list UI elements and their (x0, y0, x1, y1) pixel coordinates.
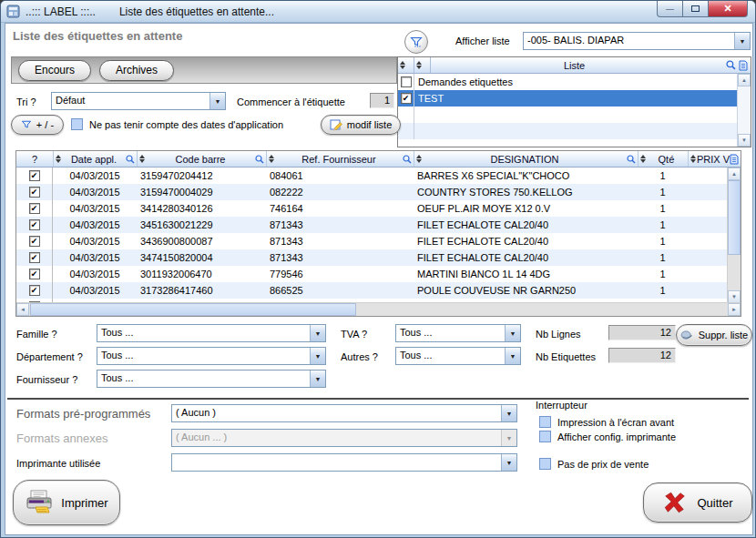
row-checkbox[interactable]: ✔ (29, 187, 40, 198)
imprimante-select[interactable]: ▼ (171, 453, 517, 472)
chevron-down-icon[interactable]: ▼ (501, 454, 516, 471)
tva-select[interactable]: Tous ... ▼ (395, 324, 521, 342)
table-row[interactable]: ✔04/03/20153011932006470779546MARTINI BI… (16, 266, 727, 282)
nb-etiquettes-label: Nb Etiquettes (536, 351, 596, 362)
formats-pre-select[interactable]: ( Aucun ) ▼ (171, 404, 517, 422)
cell-qte: 1 (638, 249, 688, 266)
scroll-up-arrow[interactable]: ▲ (738, 74, 751, 86)
liste-scrollbar[interactable]: ▲ ▼ (737, 74, 751, 147)
afficher-config-checkbox[interactable] (539, 431, 551, 442)
sort-column[interactable] (414, 57, 431, 73)
table-row[interactable]: ✔04/03/20153474150820004871343FILET ECHA… (16, 249, 727, 266)
table-row[interactable]: ✔04/03/20153159470204412084061BARRES X6 … (16, 167, 727, 184)
ignore-dates-checkbox[interactable] (71, 118, 83, 130)
autres-select[interactable]: Tous ... ▼ (395, 347, 521, 365)
afficher-liste-value: -005- BALIS. DIAPAR (524, 33, 734, 49)
search-icon[interactable] (403, 155, 412, 164)
liste-row-label: Demandes etiquettes (414, 76, 513, 87)
column-header-check[interactable]: ? (16, 151, 53, 167)
autres-value: Tous ... (396, 348, 505, 364)
cell-designation: BARRES X6 SPECIAL"K"CHOCO (414, 167, 638, 184)
table-row[interactable]: ✔04/03/20153436900800087871343FILET ECHA… (16, 233, 727, 249)
document-icon[interactable] (739, 60, 748, 71)
fournisseur-select[interactable]: Tous ... ▼ (97, 370, 326, 388)
column-header-designation[interactable]: DESIGNATION (414, 151, 638, 167)
column-header-prix[interactable]: PRIX V (688, 151, 741, 167)
chevron-down-icon[interactable]: ▼ (209, 93, 225, 109)
table-row[interactable]: ✔04/03/20153414280340126746164OEUF PL.AI… (16, 200, 727, 217)
column-header-ref-fournisseur[interactable]: Ref. Fournisseur (266, 151, 414, 167)
table-row[interactable]: ✔04/03/20153451630021229871343FILET ECHA… (16, 217, 727, 233)
chevron-down-icon[interactable]: ▼ (310, 371, 325, 387)
cell-date: 04/03/2015 (53, 200, 137, 217)
document-title: Liste des étiquettes en attente... (119, 5, 274, 18)
suppr-liste-button[interactable]: Suppr. liste (676, 324, 752, 346)
table-header: ? Date appl. Code barre Ref. Fournisseur (16, 151, 741, 167)
chevron-down-icon[interactable]: ▼ (505, 325, 520, 341)
liste-row[interactable]: Demandes etiquettes (398, 74, 737, 90)
scroll-down-arrow[interactable]: ▼ (728, 290, 741, 303)
search-icon[interactable] (627, 155, 636, 164)
nb-lignes-value: 12 (608, 325, 676, 340)
modif-liste-button[interactable]: modif liste (321, 115, 401, 135)
sort-column[interactable] (398, 57, 414, 73)
column-header-code-barre[interactable]: Code barre (137, 151, 266, 167)
plus-minus-filter-button[interactable]: + / - (11, 115, 64, 135)
afficher-liste-select[interactable]: -005- BALIS. DIAPAR ▼ (523, 32, 751, 50)
scrollbar-thumb[interactable] (728, 180, 741, 255)
cell-qte: 1 (638, 184, 688, 200)
sort-icon (640, 155, 647, 163)
chevron-down-icon[interactable]: ▼ (310, 348, 325, 364)
scroll-left-arrow[interactable]: ◄ (16, 303, 29, 316)
minimize-button[interactable]: — (657, 1, 683, 17)
chevron-down-icon[interactable]: ▼ (310, 325, 325, 341)
maximize-button[interactable] (683, 1, 708, 17)
row-checkbox[interactable]: ✔ (29, 170, 40, 181)
departement-select[interactable]: Tous ... ▼ (97, 347, 326, 365)
document-icon[interactable] (730, 154, 739, 165)
column-header-date[interactable]: Date appl. (53, 151, 137, 167)
table-row[interactable]: ✔04/03/20153159470004029082222COUNTRY ST… (16, 184, 727, 200)
scroll-right-arrow[interactable]: ► (728, 303, 741, 316)
famille-select[interactable]: Tous ... ▼ (97, 324, 326, 342)
liste-checkbox[interactable] (401, 76, 412, 87)
row-checkbox[interactable]: ✔ (29, 252, 40, 263)
scrollbar-thumb[interactable] (30, 303, 356, 316)
scroll-up-arrow[interactable]: ▲ (728, 167, 741, 180)
search-icon[interactable] (126, 155, 135, 164)
pas-de-prix-checkbox[interactable] (539, 458, 551, 470)
table-horizontal-scrollbar[interactable]: ◄ ► (16, 302, 741, 316)
cell-ref-fournisseur: 746164 (266, 200, 414, 217)
chevron-down-icon[interactable]: ▼ (501, 405, 516, 421)
row-checkbox[interactable]: ✔ (29, 269, 40, 279)
search-icon[interactable] (726, 60, 736, 70)
sort-icon (416, 61, 423, 69)
list-picker-button[interactable] (404, 30, 428, 54)
tab-archives[interactable]: Archives (99, 60, 174, 81)
row-checkbox[interactable]: ✔ (29, 236, 40, 247)
chevron-down-icon[interactable]: ▼ (734, 33, 750, 49)
liste-checkbox[interactable]: ✔ (401, 93, 412, 104)
table-vertical-scrollbar[interactable]: ▲ ▼ (727, 167, 741, 303)
departement-value: Tous ... (97, 348, 310, 364)
imprimer-button[interactable]: Imprimer (13, 480, 120, 525)
row-checkbox[interactable]: ✔ (29, 285, 40, 296)
table-row[interactable]: ✔04/03/20153173286417460866525POULE COUV… (16, 282, 727, 299)
fournisseur-label: Fournisseur ? (16, 374, 77, 385)
title-bar[interactable]: ..::: LABEL :::.. Liste des étiquettes e… (1, 1, 755, 23)
row-checkbox[interactable]: ✔ (29, 203, 40, 214)
tri-select[interactable]: Défaut ▼ (51, 92, 226, 110)
tab-encours[interactable]: Encours (18, 60, 91, 81)
column-header-qte[interactable]: Qté (638, 151, 688, 167)
liste-checkbox-cell (398, 74, 414, 90)
row-checkbox[interactable]: ✔ (29, 219, 40, 230)
liste-panel-header: Liste (398, 57, 751, 74)
quitter-button[interactable]: Quitter (643, 482, 752, 523)
close-button[interactable]: ✕ (708, 1, 748, 17)
search-icon[interactable] (255, 155, 264, 164)
chevron-down-icon[interactable]: ▼ (505, 348, 520, 364)
liste-row[interactable]: ✔TEST (398, 90, 737, 107)
impression-ecran-checkbox[interactable] (539, 416, 551, 428)
row-checkbox-cell: ✔ (16, 233, 53, 249)
scroll-down-arrow[interactable]: ▼ (738, 134, 751, 147)
